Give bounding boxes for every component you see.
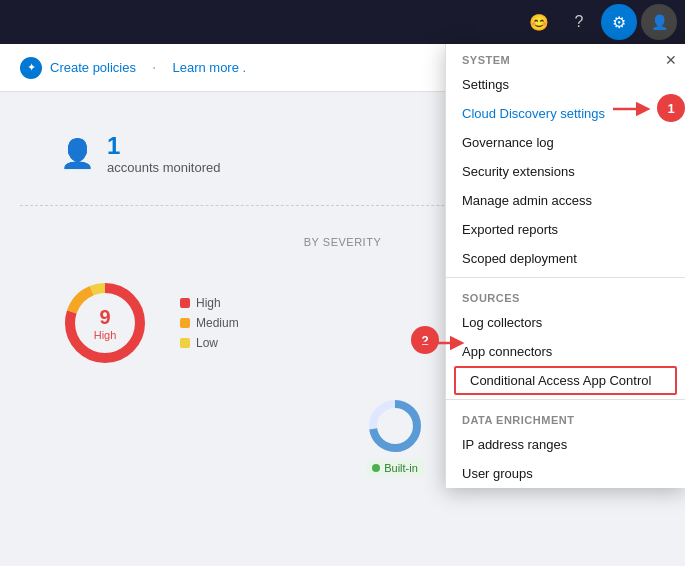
badge-1: 1: [657, 94, 685, 122]
legend-high: High: [180, 296, 239, 310]
arrow-2: [417, 328, 467, 361]
accounts-count: 1: [107, 132, 220, 160]
exported-reports-menu-item[interactable]: Exported reports: [446, 215, 685, 244]
high-label: High: [196, 296, 221, 310]
legend-medium: Medium: [180, 316, 239, 330]
medium-label: Medium: [196, 316, 239, 330]
arrow-1: [613, 94, 653, 127]
medium-dot: [180, 318, 190, 328]
manage-admin-menu-item[interactable]: Manage admin access: [446, 186, 685, 215]
help-icon: ?: [575, 13, 584, 31]
settings-button[interactable]: ⚙: [601, 4, 637, 40]
conditional-access-menu-item[interactable]: Conditional Access App Control: [454, 366, 677, 395]
built-in-label-1: Built-in: [384, 462, 418, 474]
accounts-info: 1 accounts monitored: [107, 132, 220, 175]
donut-level: High: [94, 329, 117, 341]
header-bar: 😊 ? ⚙ 👤: [0, 0, 685, 44]
arrow-1-svg: [613, 94, 653, 124]
severity-legend: High Medium Low: [180, 296, 239, 350]
close-button[interactable]: ✕: [657, 48, 685, 72]
high-dot: [180, 298, 190, 308]
menu-divider-2: [446, 399, 685, 400]
user-profile-button[interactable]: 👤: [641, 4, 677, 40]
create-policies-label: Create policies: [50, 60, 136, 75]
app-connectors-menu-item[interactable]: App connectors: [446, 337, 685, 366]
data-enrichment-section-label: DATA ENRICHMENT: [446, 404, 685, 430]
built-in-dot-1: [372, 464, 380, 472]
divider: ·: [152, 59, 156, 77]
ip-address-menu-item[interactable]: IP address ranges: [446, 430, 685, 459]
security-extensions-menu-item[interactable]: Security extensions: [446, 157, 685, 186]
system-section-label: SYSTEM: [446, 44, 685, 70]
menu-divider-1: [446, 277, 685, 278]
donut-chart: 9 High: [60, 278, 150, 368]
log-collectors-menu-item[interactable]: Log collectors: [446, 308, 685, 337]
donut-number: 9: [94, 306, 117, 329]
scoped-deployment-menu-item[interactable]: Scoped deployment: [446, 244, 685, 273]
accounts-label: accounts monitored: [107, 160, 220, 175]
learn-more-link[interactable]: Learn more .: [172, 60, 246, 75]
low-label: Low: [196, 336, 218, 350]
person-icon: 👤: [60, 137, 95, 170]
gear-icon: ⚙: [612, 13, 626, 32]
create-policies-button[interactable]: ✦ Create policies: [20, 57, 136, 79]
emoji-icon: 😊: [529, 13, 549, 32]
legend-low: Low: [180, 336, 239, 350]
policies-icon-symbol: ✦: [27, 61, 36, 74]
create-policies-icon: ✦: [20, 57, 42, 79]
small-donut-svg: [365, 396, 425, 456]
right-panel: Built-in: [365, 396, 425, 476]
emoji-button[interactable]: 😊: [521, 4, 557, 40]
arrow-2-svg: [417, 328, 467, 358]
user-groups-menu-item[interactable]: User groups: [446, 459, 685, 488]
governance-log-menu-item[interactable]: Governance log: [446, 128, 685, 157]
donut-center: 9 High: [94, 306, 117, 341]
built-in-badge-1: Built-in: [366, 460, 424, 476]
low-dot: [180, 338, 190, 348]
main-content: ✦ Create policies · Learn more . 👤 1 acc…: [0, 44, 685, 566]
help-button[interactable]: ?: [561, 4, 597, 40]
header-icons: 😊 ? ⚙ 👤: [521, 4, 677, 40]
sources-section-label: SOURCES: [446, 282, 685, 308]
user-icon: 👤: [651, 14, 668, 30]
